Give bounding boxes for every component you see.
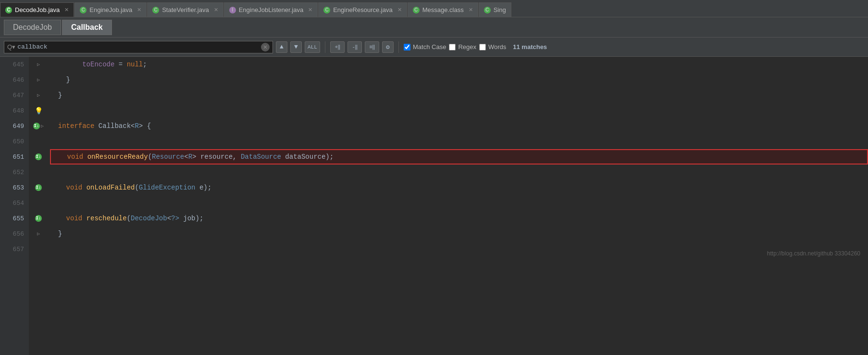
code-token: void bbox=[67, 153, 84, 161]
gutter-cell-647: ▷ bbox=[29, 88, 48, 103]
struct-tab-decode-job[interactable]: DecodeJob bbox=[4, 20, 61, 35]
collapse-icon-646[interactable]: ▷ bbox=[37, 77, 40, 83]
code-token: = bbox=[114, 61, 126, 68]
collapse-icon-647[interactable]: ▷ bbox=[37, 92, 40, 98]
regex-group[interactable]: Regex bbox=[449, 43, 476, 51]
line-num-653: 653 bbox=[0, 180, 29, 195]
tab-label-engine-job-listener: EngineJobListener.java bbox=[239, 6, 303, 13]
line-num-648: 648 bbox=[0, 103, 29, 118]
gutter-cell-648: 💡 bbox=[29, 103, 48, 118]
code-line-655: void reschedule(DecodeJob<?> job); bbox=[50, 211, 868, 226]
code-token: null bbox=[127, 61, 143, 68]
gutter-cell-651: I↓ bbox=[29, 149, 48, 165]
prev-match-button[interactable]: ▲ bbox=[276, 41, 287, 53]
implement-icon-649[interactable]: I↓ bbox=[33, 123, 40, 129]
tab-state-verifier[interactable]: C StateVerifier.java ✕ bbox=[147, 2, 223, 17]
tab-engine-job[interactable]: C EngineJob.java ✕ bbox=[74, 2, 147, 17]
select-all-occurrences-button[interactable]: ≡‖ bbox=[365, 41, 379, 53]
line-num-651: 651 bbox=[0, 149, 29, 165]
tab-icon-engine-job-listener: I bbox=[229, 7, 236, 13]
tab-label-decode-job: DecodeJob.java bbox=[15, 6, 60, 13]
tab-icon-sing: C bbox=[484, 7, 491, 13]
code-token: ( bbox=[135, 184, 138, 191]
implement-icon-651[interactable]: I↓ bbox=[35, 153, 42, 160]
code-token: onLoadFailed bbox=[87, 184, 135, 191]
toolbar-divider bbox=[325, 41, 325, 53]
gutter-cell-646: ▷ bbox=[29, 72, 48, 88]
collapse-icon-656[interactable]: ▷ bbox=[37, 231, 40, 237]
search-input[interactable] bbox=[17, 43, 259, 51]
gutter-cell-645: ▷ bbox=[29, 57, 48, 72]
code-token: void bbox=[66, 184, 83, 191]
line-num-657: 657 bbox=[0, 241, 29, 257]
tab-bar: C DecodeJob.java ✕ C EngineJob.java ✕ C … bbox=[0, 0, 868, 17]
tab-sing[interactable]: C Sing bbox=[479, 2, 511, 17]
code-token: reschedule bbox=[87, 215, 127, 222]
code-token: > { bbox=[139, 122, 151, 130]
code-token bbox=[82, 184, 86, 191]
tab-label-sing: Sing bbox=[494, 6, 506, 13]
collapse-icon-645[interactable]: ▷ bbox=[37, 62, 40, 67]
line-num-652: 652 bbox=[0, 165, 29, 180]
words-label: Words bbox=[488, 43, 506, 51]
tab-engine-resource[interactable]: C EngineResource.java ✕ bbox=[318, 2, 407, 17]
tab-close-decode-job[interactable]: ✕ bbox=[64, 7, 69, 13]
words-group[interactable]: Words bbox=[479, 43, 506, 51]
code-token: ( bbox=[127, 215, 131, 222]
code-token: < bbox=[184, 153, 188, 161]
add-occurrence-button[interactable]: +‖ bbox=[330, 41, 345, 53]
bulb-icon-648[interactable]: 💡 bbox=[35, 107, 43, 115]
code-token: onResourceReady bbox=[87, 153, 148, 161]
tab-icon-state-verifier: C bbox=[152, 7, 159, 13]
code-line-653: void onLoadFailed(GlideException e); bbox=[50, 180, 868, 195]
implement-icon-653[interactable]: I↓ bbox=[35, 184, 42, 191]
tab-decode-job[interactable]: C DecodeJob.java ✕ bbox=[0, 2, 74, 17]
line-num-646: 646 bbox=[0, 72, 29, 88]
tab-close-state-verifier[interactable]: ✕ bbox=[214, 7, 218, 13]
tab-close-engine-resource[interactable]: ✕ bbox=[397, 7, 402, 13]
search-input-wrapper[interactable]: Q▾ ✕ bbox=[4, 41, 273, 53]
code-token: < bbox=[131, 122, 135, 130]
code-token bbox=[51, 153, 67, 161]
code-token: ?> bbox=[171, 215, 179, 222]
gutter-cell-649: I↓ ▷ bbox=[29, 118, 48, 134]
code-line-652 bbox=[50, 165, 868, 180]
line-num-645: 645 bbox=[0, 57, 29, 72]
search-clear-button[interactable]: ✕ bbox=[261, 43, 270, 51]
tab-close-engine-job-listener[interactable]: ✕ bbox=[308, 7, 312, 13]
regex-checkbox[interactable] bbox=[449, 44, 456, 51]
toolbar-divider-2 bbox=[398, 41, 399, 53]
line-num-656: 656 bbox=[0, 226, 29, 241]
tab-close-engine-job[interactable]: ✕ bbox=[137, 7, 141, 13]
code-token: } bbox=[50, 76, 70, 84]
code-token: ; bbox=[143, 61, 147, 68]
editor-area: 645 646 647 648 649 650 651 652 653 654 … bbox=[0, 57, 868, 355]
implement-icon-655[interactable]: I↓ bbox=[35, 215, 42, 222]
code-token: ); bbox=[196, 215, 204, 222]
code-line-646: } bbox=[50, 72, 868, 88]
find-all-button[interactable]: ALL bbox=[305, 41, 320, 53]
gutter-cell-654 bbox=[29, 195, 48, 211]
code-content: toEncode = null; } } interface Callback<… bbox=[48, 57, 868, 355]
struct-tab-callback[interactable]: Callback bbox=[62, 20, 112, 35]
code-line-649: interface Callback<R> { bbox=[50, 118, 868, 134]
tab-icon-engine-resource: C bbox=[323, 7, 330, 13]
remove-occurrence-button[interactable]: -‖ bbox=[347, 41, 362, 53]
gutter-cell-653: I↓ bbox=[29, 180, 48, 195]
code-token: ); bbox=[325, 153, 334, 161]
code-line-645: toEncode = null; bbox=[50, 57, 868, 72]
code-token: < bbox=[167, 215, 171, 222]
code-token: e bbox=[195, 184, 203, 191]
tab-icon-message-class: C bbox=[413, 7, 420, 13]
tab-engine-job-listener[interactable]: I EngineJobListener.java ✕ bbox=[224, 2, 318, 17]
settings-button[interactable]: ⚙ bbox=[382, 41, 394, 53]
match-case-group[interactable]: Match Case bbox=[404, 43, 446, 51]
next-match-button[interactable]: ▼ bbox=[290, 41, 302, 53]
words-checkbox[interactable] bbox=[479, 44, 486, 51]
regex-label: Regex bbox=[458, 43, 476, 51]
collapse-icon-649[interactable]: ▷ bbox=[41, 123, 44, 129]
tab-message-class[interactable]: C Message.class ✕ bbox=[408, 2, 478, 17]
code-line-654 bbox=[50, 195, 868, 211]
tab-close-message-class[interactable]: ✕ bbox=[469, 7, 473, 13]
match-case-checkbox[interactable] bbox=[404, 44, 410, 51]
